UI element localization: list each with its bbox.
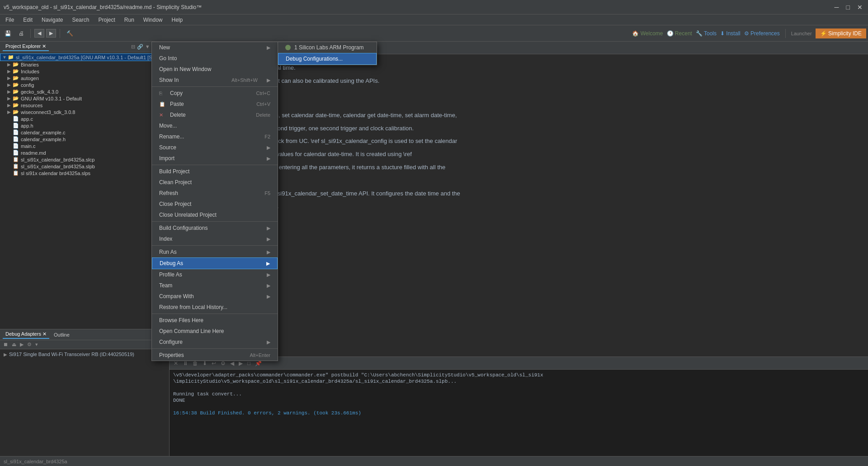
- ctx-build-project[interactable]: Build Project: [152, 166, 278, 177]
- menu-help[interactable]: Help: [168, 16, 187, 24]
- debug-adapters-header: Debug Adapters ✕ Outline ─ □: [0, 329, 169, 340]
- ctx-close-project[interactable]: Close Project: [152, 199, 278, 209]
- tree-item-gecko-sdk[interactable]: ▶ 📂 gecko_sdk_4.3.0: [0, 88, 169, 95]
- outline-tab[interactable]: Outline: [51, 331, 72, 338]
- ctx-close-unrelated[interactable]: Close Unrelated Project: [152, 209, 278, 220]
- debug-more-btn[interactable]: ▾: [34, 341, 39, 348]
- ctx-delete[interactable]: ✕ Delete Delete: [152, 109, 278, 120]
- tree-item-autogen[interactable]: ▶ 📂 autogen: [0, 75, 169, 81]
- ctx-browse-files[interactable]: Browse Files Here: [152, 315, 278, 326]
- ctx-profile-as[interactable]: Profile As ▶: [152, 269, 278, 280]
- ctx-build-configs[interactable]: Build Configurations ▶: [152, 223, 278, 233]
- debug-adapters-tab[interactable]: Debug Adapters ✕: [3, 330, 49, 339]
- ctx-team[interactable]: Team ▶: [152, 280, 278, 291]
- debug-disconnect-btn[interactable]: ⏏: [10, 341, 18, 348]
- submenu-silicon-labs-arm[interactable]: 1 Silicon Labs ARM Program: [278, 42, 377, 53]
- menu-project[interactable]: Project: [94, 16, 118, 24]
- ctx-configure[interactable]: Configure ▶: [152, 337, 278, 347]
- ctx-debug-as[interactable]: Debug As ▶: [152, 257, 278, 269]
- toolbar-preferences-link[interactable]: ⚙ Preferences: [744, 30, 780, 37]
- toolbar-print-btn[interactable]: 🖨: [16, 29, 27, 38]
- left-panel: Project Explorer ✕ ⊟ 🔗 ▼ ☰ ─ □ ▼ 📁 sl_si…: [0, 42, 170, 456]
- toolbar-sep-1: [30, 29, 31, 38]
- ctx-source[interactable]: Source ▶: [152, 142, 278, 153]
- menu-bar: File Edit Navigate Search Project Run Wi…: [0, 14, 868, 25]
- project-explorer-tab[interactable]: Project Explorer ✕: [3, 43, 49, 51]
- ctx-clean-project[interactable]: Clean Project: [152, 177, 278, 188]
- ctx-properties[interactable]: Properties Alt+Enter: [152, 350, 278, 361]
- tree-item-binaries[interactable]: ▶ 📂 Binaries: [0, 61, 169, 68]
- debug-content: ▶ Si917 Single Band Wi-Fi Transceiver RB…: [0, 349, 169, 456]
- debug-stop-btn[interactable]: ⏹: [2, 341, 9, 348]
- menu-navigate[interactable]: Navigate: [38, 16, 66, 24]
- ctx-compare-with[interactable]: Compare With ▶: [152, 291, 278, 302]
- binaries-folder-icon: 📂: [13, 62, 19, 67]
- ctx-open-new-window[interactable]: Open in New Window: [152, 64, 278, 75]
- close-button[interactable]: ✕: [855, 4, 864, 11]
- ctx-close-unrelated-label: Close Unrelated Project: [159, 212, 217, 218]
- tree-item-calendar-c[interactable]: ▶ 📄 calendar_example.c: [0, 129, 169, 136]
- project-root-item[interactable]: ▼ 📁 sl_si91x_calendar_brd4325a [GNU ARM …: [0, 53, 169, 61]
- ctx-import[interactable]: Import ▶: [152, 153, 278, 164]
- debug-device-item[interactable]: ▶ Si917 Single Band Wi-Fi Transceiver RB…: [2, 351, 167, 357]
- ctx-restore-history-label: Restore from Local History...: [159, 304, 227, 310]
- ctx-rename[interactable]: Rename... F2: [152, 131, 278, 142]
- tree-item-resources[interactable]: ▶ 📂 resources: [0, 102, 169, 109]
- toolbar-tools-link[interactable]: 🔧 Tools: [696, 30, 717, 37]
- tree-item-gnu-arm[interactable]: ▶ 📂 GNU ARM v10.3.1 - Default: [0, 95, 169, 102]
- toolbar-welcome-link[interactable]: 🏠 Welcome: [632, 30, 663, 37]
- ctx-go-into-label: Go Into: [159, 55, 177, 62]
- ctx-new-label: New: [159, 44, 170, 51]
- toolbar-launcher-label[interactable]: Launcher: [791, 31, 812, 36]
- debug-connect-btn[interactable]: ▶: [19, 341, 25, 348]
- toolbar-save-btn[interactable]: 💾: [2, 29, 14, 38]
- simplicity-ide-button[interactable]: ⚡ Simplicity IDE: [816, 29, 866, 38]
- ctx-copy[interactable]: ⎘ Copy Ctrl+C: [152, 88, 278, 99]
- menu-file[interactable]: File: [2, 16, 18, 24]
- toolbar-install-link[interactable]: ⬇ Install: [720, 30, 741, 37]
- tree-item-calendar-h[interactable]: ▶ 📄 calendar_example.h: [0, 136, 169, 143]
- editor-para4: re is created which contains default val…: [183, 150, 854, 159]
- debug-settings-btn[interactable]: ⚙: [26, 341, 33, 348]
- link-editor-icon[interactable]: 🔗: [137, 44, 143, 50]
- gecko-label: gecko_sdk_4.3.0: [21, 89, 58, 95]
- tree-item-slpb[interactable]: ▶ 📋 sl_si91x_calendar_brd4325a.slpb: [0, 163, 169, 170]
- ctx-restore-history[interactable]: Restore from Local History...: [152, 302, 278, 313]
- tree-item-includes[interactable]: ▶ 📂 Includes: [0, 68, 169, 75]
- console-content: \v5\developer\adapter_packs\commander\co…: [170, 370, 868, 456]
- ctx-run-as[interactable]: Run As ▶: [152, 247, 278, 257]
- window-controls[interactable]: ─ □ ✕: [833, 4, 864, 11]
- tree-item-config[interactable]: ▶ 📂 config: [0, 81, 169, 88]
- config-arrow-icon: ▶: [7, 82, 13, 87]
- tree-item-mainc[interactable]: ▶ 📄 main.c: [0, 143, 169, 149]
- tree-item-readme[interactable]: ▶ 📄 readme.md: [0, 149, 169, 156]
- ctx-index[interactable]: Index ▶: [152, 233, 278, 244]
- tree-item-slps[interactable]: ▶ 📋 sl si91x calendar brd4325a.slps: [0, 170, 169, 176]
- menu-run[interactable]: Run: [121, 16, 138, 24]
- project-root-label: sl_si91x_calendar_brd4325a [GNU ARM v10.…: [16, 55, 157, 60]
- toolbar-build-btn[interactable]: 🔨: [64, 29, 76, 38]
- minimize-button[interactable]: ─: [833, 4, 841, 11]
- tree-item-apph[interactable]: ▶ 📄 app.h: [0, 122, 169, 129]
- collapse-all-icon[interactable]: ⊟: [131, 44, 135, 50]
- ctx-open-cmd[interactable]: Open Command Line Here: [152, 326, 278, 337]
- filter-icon[interactable]: ▼: [145, 44, 150, 50]
- ctx-show-in[interactable]: Show In Alt+Shift+W ▶: [152, 75, 278, 86]
- menu-search[interactable]: Search: [68, 16, 93, 24]
- ctx-go-into[interactable]: Go Into: [152, 53, 278, 64]
- ctx-profile-as-arrow: ▶: [267, 272, 270, 278]
- toolbar-recent-link[interactable]: 🕐 Recent: [667, 30, 692, 37]
- menu-edit[interactable]: Edit: [19, 16, 36, 24]
- maximize-button[interactable]: □: [844, 4, 852, 11]
- ctx-paste[interactable]: 📋 Paste Ctrl+V: [152, 99, 278, 109]
- tree-item-slcp[interactable]: ▶ 📋 sl_si91x_calendar_brd4325a.slcp: [0, 156, 169, 163]
- toolbar-forward-btn[interactable]: ▶: [46, 29, 56, 38]
- menu-window[interactable]: Window: [140, 16, 166, 24]
- ctx-move[interactable]: Move...: [152, 120, 278, 131]
- submenu-debug-configurations[interactable]: Debug Configurations...: [278, 53, 377, 65]
- tree-item-wiseconnect[interactable]: ▶ 📂 wiseconnect3_sdk_3.0.8: [0, 109, 169, 115]
- ctx-refresh[interactable]: Refresh F5: [152, 188, 278, 199]
- ctx-new[interactable]: New ▶: [152, 42, 278, 53]
- tree-item-appc[interactable]: ▶ 📄 app.c: [0, 115, 169, 122]
- toolbar-back-btn[interactable]: ◀: [34, 29, 44, 38]
